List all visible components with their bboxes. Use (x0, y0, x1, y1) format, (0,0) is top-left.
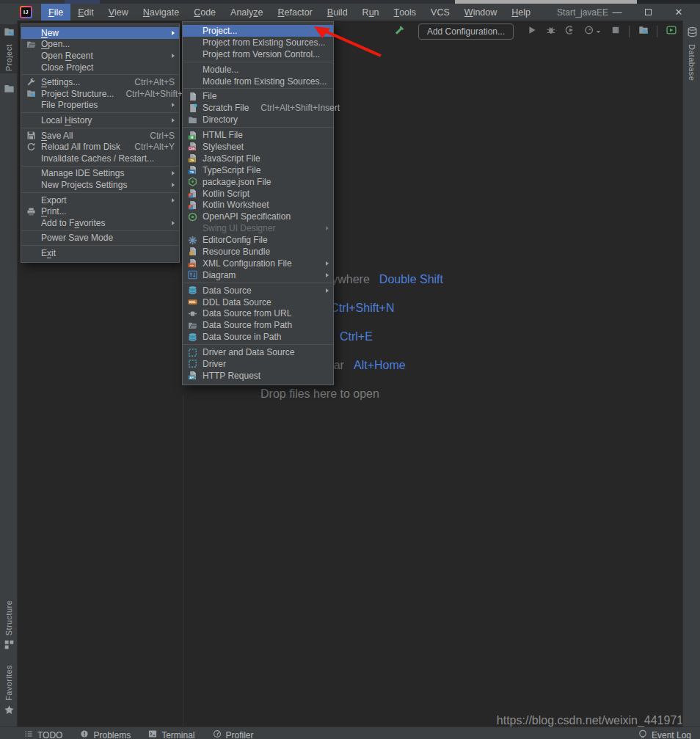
maximize-button[interactable] (632, 4, 663, 21)
submenu-item-project-from-version-control[interactable]: Project from Version Control... (183, 48, 333, 60)
menu-separator (183, 127, 332, 128)
submenu-item-package-json-file[interactable]: package.json File (183, 176, 333, 188)
submenu-item-editorconfig-file[interactable]: EditorConfig File (183, 234, 333, 246)
diagram-icon (188, 270, 203, 280)
submenu-item-javascript-file[interactable]: JSJavaScript File (183, 153, 333, 164)
run-button[interactable] (526, 26, 537, 37)
menu-file[interactable]: File (41, 4, 70, 21)
submenu-item-driver-and-data-source[interactable]: Driver and Data Source (183, 346, 333, 358)
submenu-item-http-request[interactable]: APIHTTP Request (183, 370, 333, 382)
submenu-item-project[interactable]: Project... (183, 25, 333, 37)
stop-button[interactable] (610, 26, 621, 37)
profiler-button[interactable] (583, 26, 602, 37)
statusbar-terminal[interactable]: Terminal (148, 729, 194, 739)
menu-item-new-projects-settings[interactable]: New Projects Settings (21, 179, 179, 191)
menu-item-label: EditorConfig File (203, 235, 268, 245)
menu-window[interactable]: Window (457, 4, 504, 21)
menu-item-new[interactable]: New (21, 27, 179, 39)
intellij-logo-icon: IJ (20, 6, 32, 18)
menu-item-file-properties[interactable]: File Properties (21, 100, 179, 112)
statusbar-todo[interactable]: TODO (24, 729, 62, 739)
menu-item-label: File (203, 91, 216, 101)
toolwindow-button-folder[interactable] (0, 81, 18, 99)
toolwindow-button-database[interactable]: Database (683, 24, 700, 83)
debug-button[interactable] (545, 26, 556, 37)
submenu-item-stylesheet[interactable]: CSSStylesheet (183, 141, 333, 153)
submenu-item-data-source[interactable]: Data Source (183, 285, 333, 296)
menu-help[interactable]: Help (504, 4, 538, 21)
submenu-item-kotlin-script[interactable]: Kotlin Script (183, 188, 333, 200)
toolwindow-button-project[interactable]: Project (0, 24, 18, 73)
coverage-button[interactable] (564, 26, 575, 37)
menu-run[interactable]: Run (355, 4, 387, 21)
minimize-button[interactable]: — (602, 4, 632, 21)
submenu-item-scratch-file[interactable]: Scratch FileCtrl+Alt+Shift+Insert (183, 102, 333, 114)
submenu-item-project-from-existing-sources[interactable]: Project from Existing Sources... (183, 37, 333, 48)
run-anything-button[interactable] (666, 26, 677, 37)
menu-item-label: Add to Favorites (41, 218, 105, 228)
menu-refactor[interactable]: Refactor (271, 4, 320, 21)
submenu-item-file[interactable]: File (183, 90, 333, 102)
submenu-item-module-from-existing-sources[interactable]: Module from Existing Sources... (183, 76, 333, 87)
menu-item-manage-ide-settings[interactable]: Manage IDE Settings (21, 168, 179, 180)
project-structure-button[interactable] (638, 26, 649, 37)
menu-item-label: OpenAPI Specification (203, 211, 291, 222)
submenu-item-diagram[interactable]: Diagram (183, 269, 333, 281)
menu-edit[interactable]: Edit (70, 4, 101, 21)
build-hammer-button[interactable] (395, 26, 406, 37)
menu-tools[interactable]: Tools (387, 4, 424, 21)
menu-item-reload-all-from-disk[interactable]: Reload All from DiskCtrl+Alt+Y (21, 141, 179, 153)
menu-item-save-all[interactable]: Save AllCtrl+S (21, 130, 179, 142)
menu-code[interactable]: Code (186, 4, 223, 21)
submenu-item-html-file[interactable]: HHTML File (183, 129, 333, 141)
menu-item-print[interactable]: Print... (21, 205, 179, 217)
menu-item-add-to-favorites[interactable]: Add to Favorites (21, 217, 179, 229)
css-file-icon: CSS (188, 142, 203, 151)
menu-item-export[interactable]: Export (21, 194, 179, 206)
submenu-item-data-source-from-path[interactable]: Data Source from Path (183, 319, 333, 331)
submenu-item-resource-bundle[interactable]: Resource Bundle (183, 246, 333, 258)
menu-view[interactable]: View (101, 4, 136, 21)
svg-text:TS: TS (190, 170, 194, 174)
submenu-item-directory[interactable]: Directory (183, 114, 333, 125)
submenu-item-openapi-specification[interactable]: OpenAPI Specification (183, 211, 333, 222)
menu-item-label: Data Source in Path (203, 332, 281, 342)
menu-item-invalidate-caches-restart[interactable]: Invalidate Caches / Restart... (21, 153, 179, 164)
menu-item-open[interactable]: Open... (21, 39, 179, 51)
menu-item-exit[interactable]: Exit (21, 247, 179, 259)
menu-item-open-recent[interactable]: Open Recent (21, 50, 179, 62)
left-stripe-bottom: StructureFavorites (0, 598, 18, 721)
menu-item-label: Open... (41, 39, 70, 49)
submenu-item-kotlin-worksheet[interactable]: Kotlin Worksheet (183, 199, 333, 211)
project-structure-icon (638, 25, 649, 38)
close-button[interactable]: ✕ (663, 4, 694, 21)
submenu-item-swing-ui-designer[interactable]: Swing UI Designer (183, 222, 333, 234)
menu-navigate[interactable]: Navigate (136, 4, 186, 21)
menu-analyze[interactable]: Analyze (223, 4, 270, 21)
submenu-item-ddl-data-source[interactable]: DDLDDL Data Source (183, 296, 333, 308)
submenu-item-typescript-file[interactable]: TSTypeScript File (183, 164, 333, 176)
statusbar-problems[interactable]: Problems (80, 729, 131, 739)
hint-shortcut: Double Shift (379, 273, 443, 285)
statusbar-profiler[interactable]: Profiler (213, 729, 254, 739)
menu-item-power-save-mode[interactable]: Power Save Mode (21, 233, 179, 244)
menu-build[interactable]: Build (320, 4, 355, 21)
menu-vcs[interactable]: VCS (423, 4, 457, 21)
statusbar-event-log[interactable]: Event Log (638, 729, 691, 739)
xml-file-icon: <> (188, 258, 203, 268)
hint-shortcut: Alt+Home (354, 359, 406, 371)
toolwindow-button-favorites[interactable]: Favorites (0, 663, 18, 721)
submenu-item-data-source-from-url[interactable]: Data Source from URL (183, 307, 333, 319)
submenu-item-driver[interactable]: Driver (183, 358, 333, 370)
project-panel-divider (183, 395, 183, 727)
menu-item-project-structure[interactable]: Project Structure...Ctrl+Alt+Shift+S (21, 88, 179, 100)
menu-item-close-project[interactable]: Close Project (21, 62, 179, 73)
submenu-item-data-source-in-path[interactable]: Data Source in Path (183, 331, 333, 343)
menu-item-settings[interactable]: Settings...Ctrl+Alt+S (21, 76, 179, 88)
submenu-item-module[interactable]: Module... (183, 64, 333, 76)
toolwindow-button-structure[interactable]: Structure (0, 598, 18, 655)
toolbar-divider (657, 26, 657, 37)
menu-item-local-history[interactable]: Local History (21, 114, 179, 126)
add-configuration-button[interactable]: Add Configuration... (418, 23, 514, 40)
submenu-item-xml-configuration-file[interactable]: <>XML Configuration File (183, 258, 333, 269)
